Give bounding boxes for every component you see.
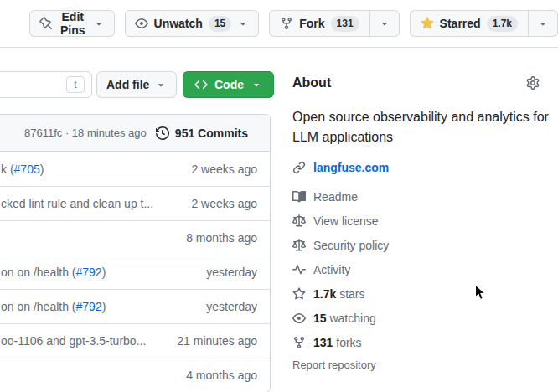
star-icon (292, 287, 306, 301)
file-table-row: 4 months ago (0, 358, 270, 392)
link-icon (292, 161, 306, 174)
gear-icon[interactable] (526, 76, 540, 90)
commit-history-link[interactable]: 951 Commits (156, 126, 248, 140)
fork-dropdown-button[interactable] (369, 11, 399, 36)
file-table-row: on on /health (#792) yesterday (0, 289, 270, 323)
about-links-list: Readme View license Security policy Acti… (292, 184, 540, 354)
repo-forked-icon (280, 17, 293, 30)
commit-message-link[interactable]: on on /health (#792) (1, 300, 106, 313)
commit-message-link[interactable]: k (#705) (1, 162, 44, 176)
fork-icon (292, 336, 306, 349)
code-icon (194, 78, 208, 91)
about-link-label: View license (313, 214, 379, 228)
about-header: About (292, 74, 540, 92)
about-link-watching[interactable]: 15 watching (292, 306, 540, 330)
commit-date: 2 weeks ago (191, 197, 257, 210)
file-table-row: oo-1106 and gpt-3.5-turbo... 21 minutes … (0, 323, 270, 358)
unwatch-button[interactable]: Unwatch 15 (125, 10, 260, 37)
about-link-label: 131 forks (313, 336, 362, 349)
commit-date: 4 months ago (186, 369, 257, 382)
about-link-view-license[interactable]: View license (292, 209, 540, 233)
about-link-activity[interactable]: Activity (292, 257, 540, 281)
star-button-group: Starred 1.7k (410, 10, 558, 37)
star-dropdown-button[interactable] (528, 11, 557, 36)
edit-pins-button[interactable]: Edit Pins (29, 10, 115, 37)
mouse-cursor (474, 284, 487, 302)
about-link-label: Readme (313, 190, 358, 204)
chevron-down-icon (93, 18, 105, 29)
file-table-row: 8 months ago (0, 220, 270, 255)
about-link-label: 1.7k stars (313, 287, 364, 301)
report-repository-link[interactable]: Report repository (292, 358, 376, 371)
stars-count-badge: 1.7k (487, 16, 518, 32)
edit-pins-label: Edit Pins (59, 10, 87, 37)
about-link-label: Security policy (313, 239, 389, 252)
chevron-down-icon (155, 79, 167, 90)
fork-button-group: Fork 131 (269, 10, 399, 37)
issue-link[interactable]: #705 (14, 162, 40, 176)
commit-message-link[interactable]: cked lint rule and clean up t... (1, 197, 153, 210)
forks-count-badge: 131 (331, 16, 359, 32)
file-table: 87611fc · 18 minutes ago 951 Commits k (… (0, 114, 271, 392)
watchers-count-badge: 15 (209, 16, 231, 32)
star-filled-icon (421, 17, 434, 30)
add-file-button[interactable]: Add file (96, 71, 177, 98)
pin-icon (39, 17, 53, 30)
add-file-label: Add file (106, 78, 149, 91)
chevron-down-icon (251, 79, 262, 90)
starred-button[interactable]: Starred 1.7k (411, 11, 528, 36)
go-to-file-input[interactable]: t (0, 71, 92, 98)
latest-commit-bar: 87611fc · 18 minutes ago 951 Commits (0, 115, 270, 152)
commit-date: yesterday (206, 300, 257, 313)
repo-description: Open source observability and analytics … (292, 107, 550, 147)
chevron-down-icon (237, 18, 249, 29)
law-icon (292, 239, 306, 252)
about-link-readme[interactable]: Readme (292, 184, 540, 209)
history-icon (156, 126, 169, 140)
commit-date: 2 weeks ago (191, 162, 257, 176)
repo-action-bar: Edit Pins Unwatch 15 Fork 131 Starred 1.… (0, 0, 558, 48)
about-link-security-policy[interactable]: Security policy (292, 233, 540, 257)
file-table-row: k (#705) 2 weeks ago (0, 152, 270, 186)
fork-button[interactable]: Fork 131 (270, 11, 369, 36)
issue-link[interactable]: #792 (76, 266, 102, 279)
commit-date: yesterday (206, 266, 257, 279)
commit-date: 8 months ago (186, 231, 257, 245)
commit-date: 21 minutes ago (177, 334, 257, 348)
chevron-down-icon (537, 18, 549, 29)
latest-commit-meta[interactable]: 87611fc · 18 minutes ago (24, 126, 147, 139)
about-link-label: Activity (313, 263, 350, 276)
about-link-stars[interactable]: 1.7k stars (292, 281, 540, 306)
law-icon (292, 214, 306, 228)
commits-count-label: 951 Commits (175, 126, 248, 140)
about-section: About Open source observability and anal… (292, 74, 540, 372)
commit-message-link[interactable]: oo-1106 and gpt-3.5-turbo... (1, 334, 146, 348)
book-icon (292, 190, 306, 204)
file-table-row: cked lint rule and clean up t... 2 weeks… (0, 186, 270, 220)
unwatch-label: Unwatch (154, 17, 203, 30)
website-row: langfuse.com (292, 161, 540, 174)
fork-label: Fork (299, 17, 324, 30)
commit-time: · 18 minutes ago (62, 126, 146, 139)
file-rows: k (#705) 2 weeks ago cked lint rule and … (0, 152, 270, 392)
keyboard-shortcut-badge: t (66, 76, 85, 93)
about-link-label: 15 watching (313, 312, 376, 325)
website-link[interactable]: langfuse.com (313, 161, 389, 174)
issue-link[interactable]: #792 (76, 300, 102, 313)
file-table-row: on on /health (#792) yesterday (0, 255, 270, 289)
starred-label: Starred (440, 17, 481, 30)
eye-icon (292, 312, 306, 325)
commit-message-link[interactable]: on on /health (#792) (1, 266, 106, 279)
code-button[interactable]: Code (183, 71, 274, 98)
about-link-forks[interactable]: 131 forks (292, 330, 540, 354)
chevron-down-icon (379, 18, 390, 29)
code-label: Code (214, 78, 244, 91)
eye-icon (135, 17, 148, 30)
about-title: About (292, 75, 331, 90)
commit-hash[interactable]: 87611fc (24, 126, 62, 139)
pulse-icon (292, 263, 306, 276)
